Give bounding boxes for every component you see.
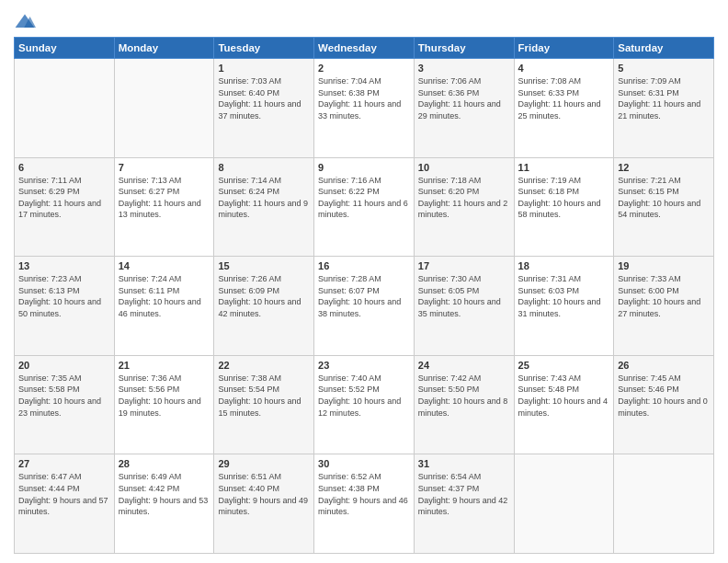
calendar-cell: 7 Sunrise: 7:13 AMSunset: 6:27 PMDayligh… xyxy=(114,157,214,257)
day-number: 19 xyxy=(618,260,710,271)
header xyxy=(14,9,714,31)
day-number: 15 xyxy=(218,260,310,271)
calendar-cell: 5 Sunrise: 7:09 AMSunset: 6:31 PMDayligh… xyxy=(614,59,714,158)
weekday-header-row: SundayMondayTuesdayWednesdayThursdayFrid… xyxy=(15,38,714,59)
day-number: 24 xyxy=(418,360,510,371)
calendar-cell: 24 Sunrise: 7:42 AMSunset: 5:50 PMDaylig… xyxy=(414,355,514,454)
calendar-cell: 19 Sunrise: 7:33 AMSunset: 6:00 PMDaylig… xyxy=(614,257,714,356)
calendar-cell: 20 Sunrise: 7:35 AMSunset: 5:58 PMDaylig… xyxy=(15,355,115,454)
day-info: Sunrise: 7:13 AMSunset: 6:27 PMDaylight:… xyxy=(119,176,201,220)
day-number: 16 xyxy=(318,260,410,271)
day-number: 11 xyxy=(518,162,610,173)
day-info: Sunrise: 7:38 AMSunset: 5:54 PMDaylight:… xyxy=(218,373,301,418)
week-row-3: 13 Sunrise: 7:23 AMSunset: 6:13 PMDaylig… xyxy=(15,257,714,356)
week-row-2: 6 Sunrise: 7:11 AMSunset: 6:29 PMDayligh… xyxy=(15,157,714,257)
day-info: Sunrise: 7:45 AMSunset: 5:46 PMDaylight:… xyxy=(618,373,708,418)
day-number: 23 xyxy=(318,360,410,371)
day-number: 2 xyxy=(318,63,410,74)
day-number: 31 xyxy=(418,458,510,469)
calendar-cell xyxy=(614,454,714,554)
calendar-table: SundayMondayTuesdayWednesdayThursdayFrid… xyxy=(14,37,714,554)
day-info: Sunrise: 7:31 AMSunset: 6:03 PMDaylight:… xyxy=(518,274,601,318)
day-number: 4 xyxy=(518,63,610,74)
day-info: Sunrise: 7:21 AMSunset: 6:15 PMDaylight:… xyxy=(618,176,700,220)
day-info: Sunrise: 7:03 AMSunset: 6:40 PMDaylight:… xyxy=(218,76,301,121)
weekday-thursday: Thursday xyxy=(414,38,514,59)
day-number: 14 xyxy=(119,260,210,271)
day-number: 21 xyxy=(119,360,210,371)
weekday-saturday: Saturday xyxy=(614,38,714,59)
day-info: Sunrise: 6:49 AMSunset: 4:42 PMDaylight:… xyxy=(119,472,209,516)
calendar-cell xyxy=(15,59,115,158)
day-number: 9 xyxy=(318,162,410,173)
calendar-cell: 26 Sunrise: 7:45 AMSunset: 5:46 PMDaylig… xyxy=(614,355,714,454)
day-info: Sunrise: 7:08 AMSunset: 6:33 PMDaylight:… xyxy=(518,76,601,121)
day-info: Sunrise: 7:26 AMSunset: 6:09 PMDaylight:… xyxy=(218,274,301,318)
day-number: 20 xyxy=(18,360,110,371)
day-info: Sunrise: 7:04 AMSunset: 6:38 PMDaylight:… xyxy=(318,76,401,121)
day-info: Sunrise: 7:24 AMSunset: 6:11 PMDaylight:… xyxy=(119,274,201,318)
day-info: Sunrise: 7:19 AMSunset: 6:18 PMDaylight:… xyxy=(518,176,601,220)
weekday-sunday: Sunday xyxy=(15,38,115,59)
calendar-cell: 28 Sunrise: 6:49 AMSunset: 4:42 PMDaylig… xyxy=(114,454,214,554)
day-info: Sunrise: 7:30 AMSunset: 6:05 PMDaylight:… xyxy=(418,274,501,318)
calendar-cell: 16 Sunrise: 7:28 AMSunset: 6:07 PMDaylig… xyxy=(314,257,415,356)
day-number: 17 xyxy=(418,260,510,271)
day-info: Sunrise: 7:35 AMSunset: 5:58 PMDaylight:… xyxy=(18,373,101,418)
calendar-cell: 13 Sunrise: 7:23 AMSunset: 6:13 PMDaylig… xyxy=(15,257,115,356)
calendar-cell: 8 Sunrise: 7:14 AMSunset: 6:24 PMDayligh… xyxy=(214,157,314,257)
calendar-cell: 4 Sunrise: 7:08 AMSunset: 6:33 PMDayligh… xyxy=(514,59,614,158)
day-number: 30 xyxy=(318,458,410,469)
day-info: Sunrise: 7:23 AMSunset: 6:13 PMDaylight:… xyxy=(18,274,101,318)
calendar-cell: 12 Sunrise: 7:21 AMSunset: 6:15 PMDaylig… xyxy=(614,157,714,257)
day-number: 22 xyxy=(218,360,310,371)
day-number: 26 xyxy=(618,360,710,371)
day-number: 8 xyxy=(218,162,310,173)
calendar-cell: 11 Sunrise: 7:19 AMSunset: 6:18 PMDaylig… xyxy=(514,157,614,257)
day-info: Sunrise: 7:40 AMSunset: 5:52 PMDaylight:… xyxy=(318,373,401,418)
calendar-cell: 25 Sunrise: 7:43 AMSunset: 5:48 PMDaylig… xyxy=(514,355,614,454)
calendar-cell: 15 Sunrise: 7:26 AMSunset: 6:09 PMDaylig… xyxy=(214,257,314,356)
day-number: 10 xyxy=(418,162,510,173)
day-number: 12 xyxy=(618,162,710,173)
week-row-5: 27 Sunrise: 6:47 AMSunset: 4:44 PMDaylig… xyxy=(15,454,714,554)
calendar-cell: 21 Sunrise: 7:36 AMSunset: 5:56 PMDaylig… xyxy=(114,355,214,454)
calendar-cell: 30 Sunrise: 6:52 AMSunset: 4:38 PMDaylig… xyxy=(314,454,415,554)
calendar-cell: 17 Sunrise: 7:30 AMSunset: 6:05 PMDaylig… xyxy=(414,257,514,356)
day-info: Sunrise: 7:06 AMSunset: 6:36 PMDaylight:… xyxy=(418,76,501,121)
day-number: 18 xyxy=(518,260,610,271)
day-info: Sunrise: 7:14 AMSunset: 6:24 PMDaylight:… xyxy=(218,176,308,220)
weekday-wednesday: Wednesday xyxy=(314,38,415,59)
day-number: 3 xyxy=(418,63,510,74)
calendar-cell: 18 Sunrise: 7:31 AMSunset: 6:03 PMDaylig… xyxy=(514,257,614,356)
calendar-cell: 22 Sunrise: 7:38 AMSunset: 5:54 PMDaylig… xyxy=(214,355,314,454)
day-info: Sunrise: 6:52 AMSunset: 4:38 PMDaylight:… xyxy=(318,472,408,516)
calendar-cell: 10 Sunrise: 7:18 AMSunset: 6:20 PMDaylig… xyxy=(414,157,514,257)
calendar-cell: 31 Sunrise: 6:54 AMSunset: 4:37 PMDaylig… xyxy=(414,454,514,554)
page: SundayMondayTuesdayWednesdayThursdayFrid… xyxy=(0,0,728,563)
day-number: 6 xyxy=(18,162,110,173)
week-row-4: 20 Sunrise: 7:35 AMSunset: 5:58 PMDaylig… xyxy=(15,355,714,454)
day-info: Sunrise: 7:18 AMSunset: 6:20 PMDaylight:… xyxy=(418,176,508,220)
calendar-cell: 2 Sunrise: 7:04 AMSunset: 6:38 PMDayligh… xyxy=(314,59,415,158)
day-number: 28 xyxy=(119,458,210,469)
calendar-cell: 14 Sunrise: 7:24 AMSunset: 6:11 PMDaylig… xyxy=(114,257,214,356)
day-info: Sunrise: 6:54 AMSunset: 4:37 PMDaylight:… xyxy=(418,472,508,516)
weekday-monday: Monday xyxy=(114,38,214,59)
calendar-cell: 23 Sunrise: 7:40 AMSunset: 5:52 PMDaylig… xyxy=(314,355,415,454)
day-info: Sunrise: 7:33 AMSunset: 6:00 PMDaylight:… xyxy=(618,274,700,318)
calendar-cell: 1 Sunrise: 7:03 AMSunset: 6:40 PMDayligh… xyxy=(214,59,314,158)
day-number: 13 xyxy=(18,260,110,271)
week-row-1: 1 Sunrise: 7:03 AMSunset: 6:40 PMDayligh… xyxy=(15,59,714,158)
day-info: Sunrise: 7:11 AMSunset: 6:29 PMDaylight:… xyxy=(18,176,101,220)
day-info: Sunrise: 7:28 AMSunset: 6:07 PMDaylight:… xyxy=(318,274,401,318)
calendar-cell: 9 Sunrise: 7:16 AMSunset: 6:22 PMDayligh… xyxy=(314,157,415,257)
day-info: Sunrise: 6:51 AMSunset: 4:40 PMDaylight:… xyxy=(218,472,308,516)
day-number: 7 xyxy=(119,162,210,173)
calendar-cell: 3 Sunrise: 7:06 AMSunset: 6:36 PMDayligh… xyxy=(414,59,514,158)
day-number: 25 xyxy=(518,360,610,371)
day-number: 27 xyxy=(18,458,110,469)
calendar-cell: 29 Sunrise: 6:51 AMSunset: 4:40 PMDaylig… xyxy=(214,454,314,554)
logo xyxy=(14,13,38,31)
day-info: Sunrise: 6:47 AMSunset: 4:44 PMDaylight:… xyxy=(18,472,108,516)
